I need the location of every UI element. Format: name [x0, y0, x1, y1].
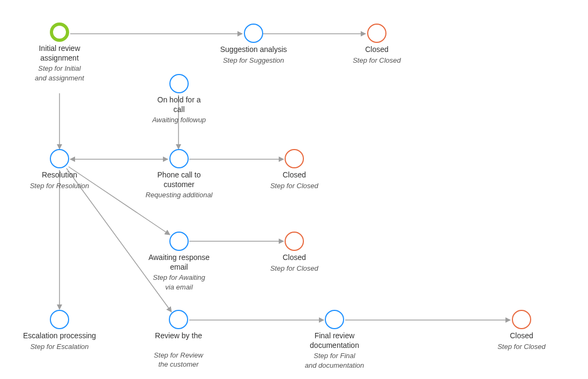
node-initial-review[interactable]: Initial review assignment Step for Initi… — [27, 23, 92, 83]
state-circle-start — [50, 23, 69, 42]
node-awaiting-response[interactable]: Awaiting response email Step for Awaitin… — [139, 232, 219, 292]
node-phone-call[interactable]: Phone call to customer Requesting additi… — [137, 149, 221, 200]
node-suggestion-analysis[interactable]: Suggestion analysis Step for Suggestion — [213, 24, 294, 65]
state-circle — [50, 310, 69, 329]
node-escalation[interactable]: Escalation processing Step for Escalatio… — [15, 310, 104, 351]
state-circle — [169, 232, 189, 251]
node-label: Phone call to customer — [137, 170, 221, 189]
state-circle — [244, 24, 263, 43]
node-label: Escalation processing — [15, 331, 104, 341]
node-closed-2[interactable]: Closed Step for Closed — [260, 149, 328, 190]
node-sublabel: Step for Initial and assignment — [27, 64, 92, 83]
state-circle-closed — [512, 310, 531, 329]
state-circle-closed — [367, 24, 386, 43]
node-label: Initial review assignment — [27, 44, 92, 63]
node-label: Closed — [260, 170, 328, 180]
state-circle — [325, 310, 344, 329]
node-label: Awaiting response email — [139, 253, 219, 272]
state-circle — [169, 74, 189, 93]
node-resolution[interactable]: Resolution Step for Resolution — [19, 149, 100, 190]
node-sublabel: Step for Closed — [260, 181, 328, 191]
node-label: Suggestion analysis — [213, 45, 294, 55]
state-circle-closed — [285, 232, 304, 251]
node-label: Review by the — [144, 331, 213, 341]
node-final-review[interactable]: Final review documentation Step for Fina… — [294, 310, 375, 370]
node-sublabel: Requesting additional — [137, 190, 221, 200]
state-circle — [169, 310, 188, 329]
node-sublabel: Awaiting followup — [144, 115, 214, 125]
node-label: Closed — [488, 331, 555, 341]
node-sublabel: Step for Awaiting via email — [139, 273, 219, 292]
node-sublabel: Step for Closed — [488, 342, 555, 352]
node-sublabel: Step for Suggestion — [213, 56, 294, 65]
node-closed-3[interactable]: Closed Step for Closed — [260, 232, 328, 273]
node-label: Resolution — [19, 170, 100, 180]
node-sublabel: Step for Resolution — [19, 181, 100, 191]
node-sublabel: Step for Closed — [260, 264, 328, 273]
node-closed-4[interactable]: Closed Step for Closed — [488, 310, 555, 351]
state-circle — [169, 149, 189, 168]
node-label: On hold for a call — [144, 95, 214, 114]
state-circle-closed — [285, 149, 304, 168]
node-sublabel: Step for Closed — [343, 56, 411, 65]
node-label: Final review documentation — [294, 331, 375, 350]
node-closed-1[interactable]: Closed Step for Closed — [343, 24, 411, 65]
node-sublabel: Step for Escalation — [15, 342, 104, 352]
node-sublabel: Step for Review the customer — [144, 351, 213, 369]
node-label: Closed — [343, 45, 411, 55]
state-circle — [50, 149, 69, 168]
node-on-hold[interactable]: On hold for a call Awaiting followup — [144, 74, 214, 125]
node-sublabel: Step for Final and documentation — [294, 351, 375, 370]
node-review-by[interactable]: Review by the Step for Review the custom… — [144, 310, 213, 369]
node-label: Closed — [260, 253, 328, 263]
